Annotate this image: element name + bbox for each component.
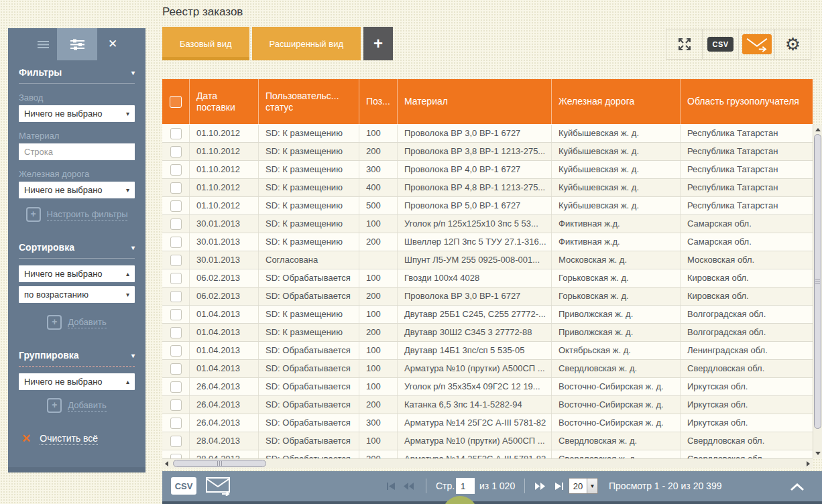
divider — [19, 366, 135, 367]
table-row[interactable]: 28.04.2013SD: Обрабатывается100Арматура … — [162, 432, 813, 450]
table-row[interactable]: 01.10.2012SD: К размещению500Проволока В… — [162, 197, 813, 215]
row-checkbox[interactable] — [170, 399, 182, 411]
table-row[interactable]: 01.10.2012SD: К размещению300Проволока В… — [162, 161, 813, 179]
add-sorting-link[interactable]: + Добавить — [8, 315, 145, 330]
column-header[interactable]: Железная дорога — [551, 79, 680, 124]
plant-select[interactable]: Ничего не выбрано ▾ — [19, 105, 135, 122]
filters-panel-tab[interactable] — [57, 28, 97, 60]
table-cell: 100 — [359, 269, 397, 287]
previous-page-button[interactable] — [404, 481, 414, 493]
table-cell: Республика Татарстан — [680, 125, 813, 142]
grouping-section-header[interactable]: Группировка ▾ — [19, 350, 135, 361]
sorting-field-select[interactable]: Ничего не выбрано ▴ — [19, 265, 135, 282]
table-row[interactable]: 30.01.2013SD: К размещению200Швеллер 12П… — [162, 233, 813, 251]
column-header[interactable]: Пользовательс... статус — [258, 79, 359, 124]
grouping-field-select[interactable]: Ничего не выбрано ▴ — [19, 373, 135, 390]
row-checkbox[interactable] — [170, 309, 182, 320]
vertical-scrollbar[interactable] — [813, 125, 822, 458]
column-header[interactable]: Дата поставки — [189, 79, 258, 124]
send-mail-button-bottom[interactable] — [205, 476, 232, 499]
table-cell: SD: Обрабатывается — [258, 269, 359, 287]
first-page-button[interactable] — [386, 481, 396, 493]
scroll-up-arrow-icon[interactable] — [815, 128, 821, 131]
export-csv-button[interactable]: CSV — [702, 29, 738, 59]
row-checkbox[interactable] — [170, 200, 182, 212]
row-checkbox[interactable] — [170, 291, 182, 302]
row-checkbox[interactable] — [170, 436, 182, 447]
page-number-input[interactable] — [456, 478, 475, 494]
table-row[interactable]: 30.01.2013СогласованаШпунт Л5-УМ 255 092… — [162, 251, 813, 269]
row-checkbox[interactable] — [170, 218, 182, 230]
sorting-direction-select[interactable]: по возрастанию ▾ — [19, 286, 135, 303]
clear-all-link[interactable]: ✕ Очистить всё — [21, 432, 145, 446]
table-cell: 01.04.2013 — [189, 306, 258, 323]
add-grouping-link[interactable]: + Добавить — [8, 398, 145, 413]
column-header[interactable]: Материал — [397, 79, 551, 124]
column-header[interactable]: Область грузополучателя — [680, 79, 813, 124]
row-checkbox[interactable] — [170, 255, 182, 266]
filters-section-header[interactable]: Фильтры ▾ — [19, 67, 135, 78]
configure-filters-link[interactable]: + Настроить фильтры — [8, 207, 145, 222]
scroll-left-arrow-icon[interactable] — [165, 461, 168, 466]
table-cell: Гвозди 100x4 4028 — [397, 269, 551, 287]
table-cell: Самарская обл. — [680, 215, 813, 233]
table-cell: 100 — [359, 342, 397, 359]
row-checkbox[interactable] — [170, 363, 182, 375]
row-checkbox[interactable] — [170, 327, 182, 338]
page-number-label: Стр. — [436, 471, 455, 501]
table-row[interactable]: 01.04.2013SD: Обрабатывается100Арматура … — [162, 360, 813, 378]
material-input[interactable] — [19, 143, 135, 160]
horizontal-scrollbar[interactable] — [162, 458, 813, 468]
horizontal-scrollbar-thumb[interactable] — [173, 460, 266, 467]
table-row[interactable]: 30.01.2013SD: К размещению100Уголок р/п … — [162, 215, 813, 233]
last-page-button[interactable] — [554, 481, 565, 493]
row-checkbox[interactable] — [170, 273, 182, 284]
export-csv-button-bottom[interactable]: CSV — [171, 477, 196, 495]
table-row[interactable]: 26.04.2013SD: Обрабатывается100Уголок р/… — [162, 378, 813, 396]
table-cell: 100 — [359, 125, 397, 142]
table-cell: 06.02.2013 — [189, 288, 258, 305]
send-mail-button[interactable] — [738, 29, 774, 59]
collapse-bar-button[interactable] — [790, 482, 805, 494]
row-checkbox[interactable] — [170, 345, 182, 357]
fullscreen-button[interactable] — [666, 29, 702, 59]
row-checkbox[interactable] — [170, 237, 182, 248]
row-checkbox[interactable] — [170, 164, 182, 176]
scroll-right-arrow-icon[interactable] — [807, 461, 810, 466]
table-row[interactable]: 01.04.2013SD: К размещению100Двутавр 25Б… — [162, 306, 813, 324]
close-sidebar-icon[interactable]: ✕ — [105, 37, 121, 52]
table-row[interactable]: 01.04.2013SD: К размещению200Двутавр 30Ш… — [162, 324, 813, 342]
select-all-checkbox[interactable] — [170, 96, 182, 108]
table-row[interactable]: 26.04.2013SD: Обрабатывается300Арматура … — [162, 414, 813, 432]
row-checkbox[interactable] — [170, 418, 182, 429]
add-view-button[interactable]: + — [363, 27, 393, 60]
tab-extended-view[interactable]: Расширенный вид — [252, 27, 361, 60]
railway-select[interactable]: Ничего не выбрано ▾ — [19, 182, 135, 198]
list-view-icon[interactable] — [38, 40, 49, 52]
tab-basic-view[interactable]: Базовый вид — [162, 27, 249, 60]
row-checkbox[interactable] — [170, 381, 182, 393]
next-page-button[interactable] — [535, 481, 545, 493]
scroll-down-arrow-icon[interactable] — [815, 452, 821, 455]
table-row[interactable]: 06.02.2013SD: Обрабатывается200Проволока… — [162, 288, 813, 306]
row-checkbox[interactable] — [170, 146, 182, 158]
settings-button[interactable]: ⚙ — [774, 29, 811, 59]
table-cell: Восточно-Сибирская ж. д. — [551, 378, 680, 395]
table-cell: Уголок р/п 125x125x10 3пс 5 53... — [397, 215, 551, 233]
row-checkbox[interactable] — [170, 182, 182, 194]
table-row[interactable]: 01.04.2013SD: Обрабатывается100Двутавр 1… — [162, 342, 813, 360]
vertical-scrollbar-thumb[interactable] — [814, 134, 821, 429]
sorting-section-header[interactable]: Сортировка ▾ — [19, 242, 135, 253]
page-size-select[interactable]: 20 ▼ — [569, 478, 598, 494]
table-row[interactable]: 01.10.2012SD: К размещению100Проволока В… — [162, 125, 813, 143]
table-row[interactable]: 01.10.2012SD: К размещению400Проволока В… — [162, 179, 813, 197]
column-header[interactable]: Поз... — [359, 79, 397, 124]
chevron-down-icon: ▾ — [131, 244, 135, 251]
plus-square-icon: + — [47, 398, 62, 413]
table-row[interactable]: 01.10.2012SD: К размещению200Проволока В… — [162, 143, 813, 161]
table-row[interactable]: 26.04.2013SD: Обрабатывается200Катанка 6… — [162, 396, 813, 414]
table-cell: SD: Обрабатывается — [258, 414, 359, 432]
table-row[interactable]: 06.02.2013SD: Обрабатывается100Гвозди 10… — [162, 269, 813, 288]
row-checkbox[interactable] — [170, 128, 182, 139]
railway-field-label: Железная дорога — [19, 169, 135, 179]
